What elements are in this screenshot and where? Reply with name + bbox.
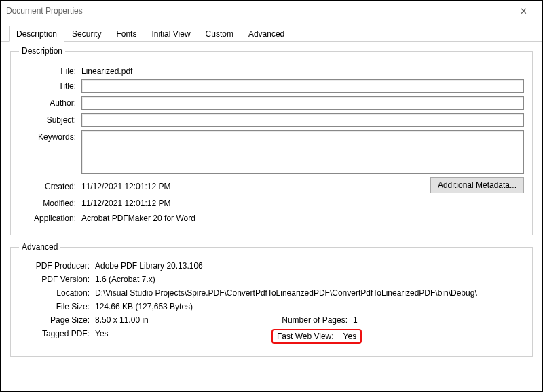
- label-keywords: Keywords:: [19, 130, 81, 142]
- tab-security[interactable]: Security: [64, 26, 109, 42]
- description-legend: Description: [19, 46, 65, 56]
- label-author: Author:: [19, 96, 81, 108]
- value-pdf-producer: Adobe PDF Library 20.13.106: [95, 261, 524, 271]
- tab-initial-view[interactable]: Initial View: [144, 26, 198, 42]
- value-pdf-version: 1.6 (Acrobat 7.x): [95, 275, 524, 284]
- label-page-size: Page Size:: [19, 315, 95, 325]
- label-pdf-producer: PDF Producer:: [19, 261, 95, 271]
- label-pdf-version: PDF Version:: [19, 275, 95, 284]
- advanced-group: Advanced PDF Producer: Adobe PDF Library…: [10, 242, 533, 357]
- label-fast-web-view: Fast Web View:: [277, 332, 343, 341]
- fast-web-view-highlight: Fast Web View: Yes: [272, 329, 362, 344]
- window-title: Document Properties: [6, 6, 510, 16]
- label-subject: Subject:: [19, 113, 81, 125]
- label-created: Created:: [19, 180, 81, 191]
- value-file: Linearized.pdf: [81, 64, 524, 76]
- advanced-legend: Advanced: [19, 242, 60, 252]
- label-title: Title:: [19, 79, 81, 91]
- subject-field[interactable]: [81, 113, 524, 127]
- tab-advanced[interactable]: Advanced: [241, 26, 292, 42]
- author-field[interactable]: [81, 96, 524, 110]
- tab-description[interactable]: Description: [9, 26, 64, 42]
- label-file-size: File Size:: [19, 302, 95, 311]
- value-location: D:\Visual Studio Projects\Spire.PDF\Conv…: [95, 288, 524, 298]
- value-page-size: 8.50 x 11.00 in: [95, 315, 149, 325]
- close-icon[interactable]: ✕: [510, 6, 537, 16]
- label-application: Application:: [19, 212, 81, 223]
- value-fast-web-view: Yes: [343, 332, 357, 341]
- label-modified: Modified:: [19, 197, 81, 208]
- tabs-bar: Description Security Fonts Initial View …: [1, 21, 542, 42]
- tab-custom[interactable]: Custom: [198, 26, 241, 42]
- title-field[interactable]: [81, 79, 524, 93]
- description-group: Description File: Linearized.pdf Title: …: [10, 46, 533, 235]
- label-num-pages: Number of Pages:: [272, 315, 353, 325]
- label-file: File:: [19, 64, 81, 76]
- tab-fonts[interactable]: Fonts: [109, 26, 144, 42]
- panel-area: Description File: Linearized.pdf Title: …: [1, 42, 542, 370]
- additional-metadata-button[interactable]: Additional Metadata...: [430, 177, 524, 193]
- value-tagged-pdf: Yes: [95, 329, 109, 344]
- value-num-pages: 1: [353, 315, 358, 325]
- label-tagged-pdf: Tagged PDF:: [19, 329, 95, 344]
- keywords-field[interactable]: [81, 130, 524, 174]
- value-modified: 11/12/2021 12:01:12 PM: [81, 197, 524, 208]
- value-application: Acrobat PDFMaker 20 for Word: [81, 212, 524, 223]
- value-file-size: 124.66 KB (127,653 Bytes): [95, 302, 524, 311]
- titlebar: Document Properties ✕: [1, 1, 542, 21]
- value-created: 11/12/2021 12:01:12 PM: [81, 180, 256, 191]
- label-location: Location:: [19, 288, 95, 298]
